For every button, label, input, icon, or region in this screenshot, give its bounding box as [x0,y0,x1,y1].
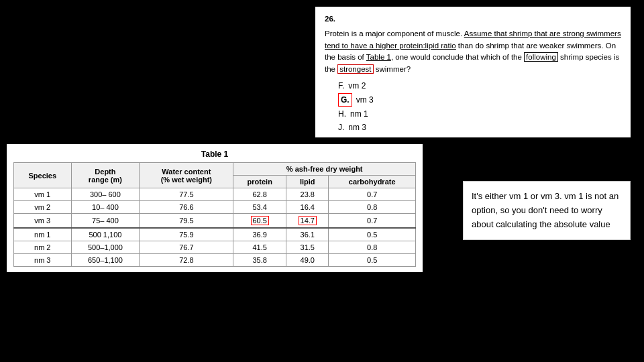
water-nm2: 76.7 [140,241,233,254]
following-word: following [524,52,558,62]
carb-vm2: 0.8 [329,201,416,214]
answer-choices: F. vm 2 G. vm 3 H. nm 1 J. nm 3 [325,80,621,133]
lipid-nm3: 49.0 [286,254,329,267]
protein-vm1: 62.8 [233,188,286,201]
species-vm3: vm 3 [14,214,72,229]
choice-g-text: vm 3 [356,94,374,106]
species-nm2: nm 2 [14,241,72,254]
table-row: vm 2 10– 400 76.6 53.4 16.4 0.8 [14,201,416,214]
water-nm1: 75.9 [140,228,233,241]
choice-f: F. vm 2 [338,80,621,92]
th-lipid: lipid [286,176,329,188]
lipid-nm1: 36.1 [286,228,329,241]
table-row: nm 2 500–1,000 76.7 41.5 31.5 0.8 [14,241,416,254]
choice-h-text: nm 1 [350,108,368,120]
question-number: 26. [325,13,335,25]
lipid-nm2: 31.5 [286,241,329,254]
table-row: vm 1 300– 600 77.5 62.8 23.8 0.7 [14,188,416,201]
protein-vm3: 60.5 [233,214,286,229]
depth-vm3: 75– 400 [71,214,140,229]
protein-nm3: 35.8 [233,254,286,267]
carb-vm1: 0.7 [329,188,416,201]
choice-h-letter: H. [338,108,346,120]
carb-nm3: 0.5 [329,254,416,267]
th-protein: protein [233,176,286,188]
water-vm2: 76.6 [140,201,233,214]
protein-nm1: 36.9 [233,228,286,241]
depth-nm1: 500 1,100 [71,228,140,241]
table-row: nm 1 500 1,100 75.9 36.9 36.1 0.5 [14,228,416,241]
table-row: nm 3 650–1,100 72.8 35.8 49.0 0.5 [14,254,416,267]
choice-g: G. vm 3 [338,93,621,107]
th-depth: Depthrange (m) [71,163,140,188]
species-nm3: nm 3 [14,254,72,267]
strongest-word: strongest [337,64,373,74]
species-nm1: nm 1 [14,228,72,241]
th-ash-free: % ash-free dry weight [233,163,416,176]
comment-text: It's either vm 1 or vm 3. vm 1 is not an… [472,191,619,229]
table-area: Table 1 Species Depthrange (m) Water con… [7,144,423,272]
th-water: Water content(% wet weight) [140,163,233,188]
choice-f-text: vm 2 [348,80,366,92]
th-carbohydrate: carbohydrate [329,176,416,188]
protein-vm2: 53.4 [233,201,286,214]
depth-nm3: 650–1,100 [71,254,140,267]
data-table: Species Depthrange (m) Water content(% w… [13,162,416,267]
depth-vm2: 10– 400 [71,201,140,214]
species-vm1: vm 1 [14,188,72,201]
depth-nm2: 500–1,000 [71,241,140,254]
water-vm3: 79.5 [140,214,233,229]
choice-j: J. nm 3 [338,121,621,133]
choice-h: H. nm 1 [338,108,621,120]
carb-nm2: 0.8 [329,241,416,254]
water-nm3: 72.8 [140,254,233,267]
water-vm1: 77.5 [140,188,233,201]
comment-box: It's either vm 1 or vm 3. vm 1 is not an… [463,181,631,240]
choice-j-letter: J. [338,121,344,133]
th-species: Species [14,163,72,188]
lipid-vm1: 23.8 [286,188,329,201]
carb-vm3: 0.7 [329,214,416,229]
carb-nm1: 0.5 [329,228,416,241]
table-title: Table 1 [13,149,416,159]
table-row-vm3: vm 3 75– 400 79.5 60.5 14.7 0.7 [14,214,416,229]
choice-g-letter: G. [338,93,352,107]
question-text-intro: Protein is a major component of muscle. … [325,28,621,76]
depth-vm1: 300– 600 [71,188,140,201]
protein-nm2: 41.5 [233,241,286,254]
lipid-vm2: 16.4 [286,201,329,214]
choice-f-letter: F. [338,80,344,92]
species-vm2: vm 2 [14,201,72,214]
lipid-vm3: 14.7 [286,214,329,229]
choice-j-text: nm 3 [348,121,366,133]
question-area: 26. Protein is a major component of musc… [315,7,631,137]
